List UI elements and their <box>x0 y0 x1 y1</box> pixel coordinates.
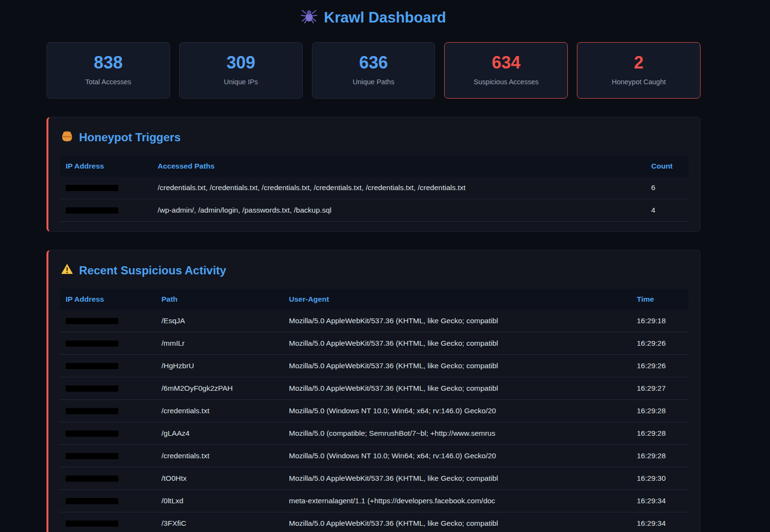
stat-label: Honeypot Caught <box>581 78 696 86</box>
warning-icon <box>61 263 73 278</box>
cell-paths: /credentials.txt, /credentials.txt, /cre… <box>152 177 645 199</box>
cell-ip <box>60 422 156 445</box>
redacted-ip <box>66 475 118 482</box>
cell-path: /mmILr <box>156 332 283 355</box>
page-title: Krawl Dashboard <box>301 8 446 28</box>
redacted-ip <box>66 363 118 369</box>
redacted-ip <box>66 453 118 459</box>
cell-time: 16:29:30 <box>631 467 689 490</box>
suspicious-row: /credentials.txt Mozilla/5.0 (Windows NT… <box>60 445 689 467</box>
suspicious-row: /EsqJA Mozilla/5.0 AppleWebKit/537.36 (K… <box>60 310 689 332</box>
suspicious-table: IP Address Path User-Agent Time /EsqJA M… <box>60 289 689 532</box>
honeypot-section-title: Honeypot Triggers <box>61 130 689 145</box>
cell-path: /HgHzbrU <box>156 355 283 377</box>
cell-user-agent: Mozilla/5.0 AppleWebKit/537.36 (KHTML, l… <box>283 332 631 355</box>
cell-count: 4 <box>645 199 689 222</box>
stat-value: 2 <box>581 54 696 71</box>
cell-time: 16:29:26 <box>631 332 689 355</box>
cell-user-agent: Mozilla/5.0 AppleWebKit/537.36 (KHTML, l… <box>283 512 631 532</box>
col-user-agent: User-Agent <box>283 289 631 310</box>
cell-time: 16:29:34 <box>631 512 689 532</box>
stat-value: 838 <box>51 54 166 71</box>
honeypot-header-row: IP Address Accessed Paths Count <box>60 156 689 177</box>
cell-ip <box>60 177 152 199</box>
redacted-ip <box>66 207 118 214</box>
honeypot-title-text: Honeypot Triggers <box>79 131 181 144</box>
cell-path: /3FXfiC <box>156 512 283 532</box>
cell-ip <box>60 199 152 222</box>
cell-time: 16:29:34 <box>631 490 689 512</box>
stat-card: 309 Unique IPs <box>179 42 303 99</box>
cell-path: /credentials.txt <box>156 445 283 467</box>
redacted-ip <box>66 430 118 437</box>
cell-ip <box>60 490 156 512</box>
page-title-text: Krawl Dashboard <box>324 9 446 26</box>
col-accessed-paths: Accessed Paths <box>152 156 645 177</box>
suspicious-row: /gLAAz4 Mozilla/5.0 (compatible; Semrush… <box>60 422 689 445</box>
cell-ip <box>60 377 156 400</box>
stat-label: Total Accesses <box>51 78 166 86</box>
suspicious-row: /3FXfiC Mozilla/5.0 AppleWebKit/537.36 (… <box>60 512 689 532</box>
honeypot-row: /credentials.txt, /credentials.txt, /cre… <box>60 177 689 199</box>
cell-ip <box>60 467 156 490</box>
cell-path: /0ltLxd <box>156 490 283 512</box>
stat-value: 636 <box>316 54 431 71</box>
dashboard-page: Krawl Dashboard 838 Total Accesses 309 U… <box>46 0 701 532</box>
cell-ip <box>60 512 156 532</box>
cell-path: /credentials.txt <box>156 400 283 422</box>
suspicious-section-title: Recent Suspicious Activity <box>61 263 689 278</box>
cell-path: /gLAAz4 <box>156 422 283 445</box>
honeypot-table: IP Address Accessed Paths Count /credent… <box>60 156 689 222</box>
col-ip-address: IP Address <box>60 156 152 177</box>
cell-time: 16:29:18 <box>631 310 689 332</box>
suspicious-row: /mmILr Mozilla/5.0 AppleWebKit/537.36 (K… <box>60 332 689 355</box>
cell-time: 16:29:28 <box>631 422 689 445</box>
honeypot-triggers-section: Honeypot Triggers IP Address Accessed Pa… <box>46 117 701 232</box>
col-ip-address: IP Address <box>60 289 156 310</box>
suspicious-row: /0ltLxd meta-externalagent/1.1 (+https:/… <box>60 490 689 512</box>
stat-value: 309 <box>184 54 299 71</box>
cell-time: 16:29:26 <box>631 355 689 377</box>
cell-ip <box>60 400 156 422</box>
cell-ip <box>60 355 156 377</box>
cell-ip <box>60 310 156 332</box>
suspicious-row: /HgHzbrU Mozilla/5.0 AppleWebKit/537.36 … <box>60 355 689 377</box>
suspicious-row: /credentials.txt Mozilla/5.0 (Windows NT… <box>60 400 689 422</box>
suspicious-activity-section: Recent Suspicious Activity IP Address Pa… <box>46 250 701 532</box>
cell-user-agent: Mozilla/5.0 (Windows NT 10.0; Win64; x64… <box>283 400 631 422</box>
cell-path: /6mM2OyF0gk2zPAH <box>156 377 283 400</box>
suspicious-row: /tO0Htx Mozilla/5.0 AppleWebKit/537.36 (… <box>60 467 689 490</box>
cell-path: /EsqJA <box>156 310 283 332</box>
honeypot-row: /wp-admin/, /admin/login, /passwords.txt… <box>60 199 689 222</box>
cell-count: 6 <box>645 177 689 199</box>
redacted-ip <box>66 185 118 191</box>
cell-paths: /wp-admin/, /admin/login, /passwords.txt… <box>152 199 645 222</box>
cell-user-agent: Mozilla/5.0 (Windows NT 10.0; Win64; x64… <box>283 445 631 467</box>
cell-time: 16:29:28 <box>631 445 689 467</box>
spider-icon <box>301 8 317 28</box>
stats-row: 838 Total Accesses 309 Unique IPs 636 Un… <box>46 42 701 99</box>
suspicious-title-text: Recent Suspicious Activity <box>79 264 226 277</box>
col-count: Count <box>645 156 689 177</box>
cell-user-agent: Mozilla/5.0 (compatible; SemrushBot/7~bl… <box>283 422 631 445</box>
stat-card: 2 Honeypot Caught <box>577 42 701 99</box>
cell-user-agent: Mozilla/5.0 AppleWebKit/537.36 (KHTML, l… <box>283 355 631 377</box>
col-time: Time <box>631 289 689 310</box>
stat-label: Unique IPs <box>184 78 299 86</box>
stat-card: 838 Total Accesses <box>46 42 170 99</box>
honeypot-icon <box>61 130 73 145</box>
cell-user-agent: Mozilla/5.0 AppleWebKit/537.36 (KHTML, l… <box>283 467 631 490</box>
cell-path: /tO0Htx <box>156 467 283 490</box>
stat-label: Suspicious Accesses <box>448 78 563 86</box>
stat-card: 634 Suspicious Accesses <box>444 42 568 99</box>
col-path: Path <box>156 289 283 310</box>
redacted-ip <box>66 408 118 414</box>
stat-label: Unique Paths <box>316 78 431 86</box>
suspicious-header-row: IP Address Path User-Agent Time <box>60 289 689 310</box>
redacted-ip <box>66 385 118 392</box>
cell-time: 16:29:27 <box>631 377 689 400</box>
stat-value: 634 <box>448 54 563 71</box>
page-header: Krawl Dashboard <box>46 0 701 28</box>
suspicious-row: /6mM2OyF0gk2zPAH Mozilla/5.0 AppleWebKit… <box>60 377 689 400</box>
cell-user-agent: Mozilla/5.0 AppleWebKit/537.36 (KHTML, l… <box>283 377 631 400</box>
